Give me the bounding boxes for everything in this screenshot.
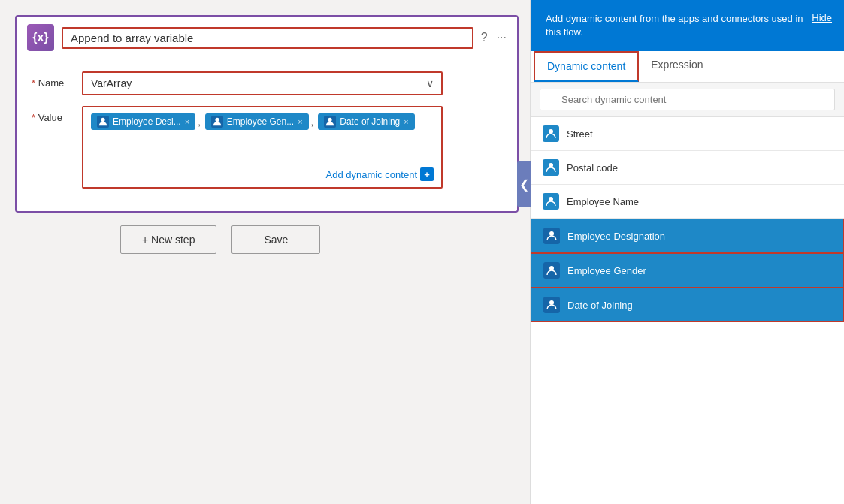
search-wrapper: 🔍 <box>540 89 835 110</box>
tag-label: Employee Desi... <box>113 116 181 127</box>
help-icon[interactable]: ? <box>481 31 488 44</box>
postal-code-icon <box>543 159 559 176</box>
employee-name-label: Employee Name <box>567 196 639 207</box>
tag-separator-1: , <box>198 116 201 128</box>
svg-point-2 <box>328 118 332 122</box>
save-button[interactable]: Save <box>231 225 320 254</box>
action-icon: {x} <box>27 24 54 51</box>
tag-date-of-joining[interactable]: Date of Joining × <box>318 113 415 130</box>
panel-collapse-button[interactable]: ❮ <box>517 161 531 207</box>
search-input[interactable] <box>540 89 835 110</box>
action-card: {x} Append to array variable ? ··· * Nam… <box>15 15 519 213</box>
bottom-buttons: + New step Save <box>120 225 320 254</box>
employee-gender-label: Employee Gender <box>567 265 646 276</box>
dynamic-item-date-of-joining[interactable]: Date of Joining <box>531 288 844 322</box>
dynamic-item-employee-gender[interactable]: Employee Gender <box>531 253 844 288</box>
date-of-joining-label: Date of Joining <box>567 300 633 311</box>
add-dynamic-button[interactable]: Add dynamic content + <box>326 167 434 181</box>
tag-close-icon-2[interactable]: × <box>298 117 302 126</box>
date-of-joining-icon <box>543 297 560 313</box>
name-field-row: * Name VarArray ∨ <box>32 71 502 95</box>
employee-gender-icon <box>543 262 560 279</box>
tab-dynamic-content[interactable]: Dynamic content <box>534 51 639 82</box>
tag-label-2: Employee Gen... <box>227 116 294 127</box>
dynamic-list: Street Postal code Emp <box>531 117 844 504</box>
tag-close-icon-3[interactable]: × <box>404 117 408 126</box>
employee-designation-icon <box>543 228 560 244</box>
action-card-header: {x} Append to array variable ? ··· <box>17 17 517 59</box>
street-icon <box>543 125 559 142</box>
name-value: VarArray <box>91 77 132 89</box>
employee-designation-label: Employee Designation <box>567 231 665 242</box>
tag-separator-2: , <box>311 116 314 128</box>
value-tags: Employee Desi... × , Employee G <box>91 113 434 130</box>
header-actions: ? ··· <box>481 31 507 44</box>
name-label: * Name <box>32 71 73 89</box>
street-label: Street <box>567 128 593 140</box>
svg-point-6 <box>549 231 554 236</box>
tag-label-3: Date of Joining <box>340 116 400 127</box>
svg-point-4 <box>549 163 553 167</box>
postal-code-label: Postal code <box>567 162 618 174</box>
value-field[interactable]: Employee Desi... × , Employee G <box>82 106 443 189</box>
dynamic-tabs: Dynamic content Expression <box>531 51 844 83</box>
svg-point-3 <box>549 129 553 134</box>
svg-point-7 <box>549 266 554 270</box>
tab-expression[interactable]: Expression <box>639 51 715 82</box>
dynamic-panel-header: Add dynamic content from the apps and co… <box>531 0 844 51</box>
svg-point-5 <box>549 197 553 201</box>
dynamic-panel-description: Add dynamic content from the apps and co… <box>546 12 812 39</box>
tag-employee-gen[interactable]: Employee Gen... × <box>205 113 309 130</box>
employee-name-icon <box>543 193 559 210</box>
main-area: {x} Append to array variable ? ··· * Nam… <box>0 0 844 504</box>
svg-point-1 <box>215 118 219 122</box>
tag-icon-2 <box>211 116 223 128</box>
tag-close-icon[interactable]: × <box>185 117 189 126</box>
value-label: * Value <box>32 106 73 123</box>
add-dynamic-text: Add dynamic content <box>326 169 417 180</box>
hide-button[interactable]: Hide <box>812 12 832 23</box>
chevron-left-icon: ❮ <box>519 177 529 192</box>
svg-point-8 <box>549 300 554 305</box>
action-title: Append to array variable <box>62 27 473 49</box>
tag-icon <box>97 116 109 128</box>
more-options-icon[interactable]: ··· <box>497 31 507 44</box>
add-dynamic-plus-icon: + <box>420 167 434 181</box>
chevron-down-icon: ∨ <box>426 77 434 89</box>
new-step-button[interactable]: + New step <box>120 225 216 254</box>
dynamic-item-street[interactable]: Street <box>531 117 844 151</box>
dynamic-item-employee-name[interactable]: Employee Name <box>531 185 844 219</box>
value-field-row: * Value Employee Desi... × <box>32 106 502 189</box>
svg-point-0 <box>101 118 104 122</box>
search-box: 🔍 <box>531 83 844 117</box>
dynamic-item-postal-code[interactable]: Postal code <box>531 151 844 185</box>
tag-employee-desi[interactable]: Employee Desi... × <box>91 113 195 130</box>
dynamic-item-employee-designation[interactable]: Employee Designation <box>531 219 844 253</box>
action-card-body: * Name VarArray ∨ * Value <box>17 59 517 211</box>
dynamic-content-panel: Add dynamic content from the apps and co… <box>530 0 844 504</box>
tag-icon-3 <box>324 116 336 128</box>
name-select[interactable]: VarArray ∨ <box>82 71 443 95</box>
